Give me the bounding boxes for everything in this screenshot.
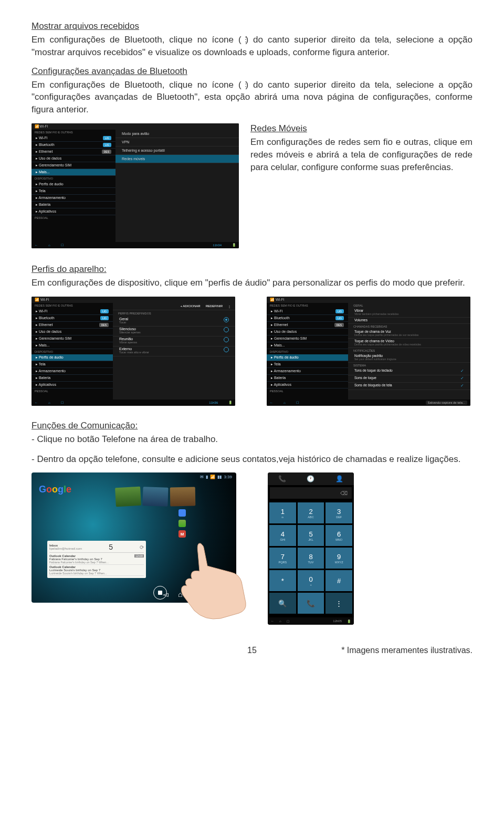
sidebar-item[interactable]: ▸ EthernetDES <box>32 149 116 155</box>
sidebar-item[interactable]: ▸ Armazenamento <box>267 368 348 375</box>
backspace-icon[interactable]: ⌫ <box>340 490 348 496</box>
screenshot-navbar: ←⌂☐ 11h36🔋 <box>32 400 235 406</box>
option-row[interactable]: Toque de chama de VídeoDefina seu toque … <box>348 339 470 348</box>
reset-button[interactable]: REDEFINIR <box>206 304 223 308</box>
dial-key[interactable]: 1∞ <box>269 502 296 523</box>
section-body: Em configurações de Bluetooth, clique no… <box>32 34 472 59</box>
sidebar-item[interactable]: ▸ Perfis de áudio <box>32 354 113 361</box>
sidebar-item[interactable]: ▸ Tela <box>32 361 113 368</box>
profile-row[interactable]: SilenciosoSilenciar apenas <box>113 327 235 337</box>
section-title: Mostrar arquivos recebidos <box>32 21 472 31</box>
dial-key[interactable]: # <box>326 570 352 591</box>
sidebar-item[interactable]: ▸ Uso de dados <box>32 155 116 162</box>
dial-key[interactable]: 5JKL <box>298 525 324 546</box>
clock-text: 3:39 <box>224 475 232 479</box>
main-item[interactable]: Redes móveis <box>116 155 239 163</box>
comm-line-1: - Clique no botão Telefone na área de tr… <box>32 433 472 446</box>
sidebar-item[interactable]: ▸ Perfis de áudio <box>267 354 348 361</box>
battery-icon: ▮▮ <box>217 475 222 479</box>
search-key[interactable]: 🔍 <box>269 593 296 614</box>
option-row[interactable]: Notificação padrãoSet your default notif… <box>348 353 470 363</box>
comm-line-2: - Dentro da opção telefone, consulte e a… <box>32 453 472 466</box>
sidebar-item[interactable]: ▸ Gerenciamento SIM <box>267 335 348 342</box>
number-field[interactable]: ⌫ <box>270 487 352 499</box>
phone-tab-icon[interactable]: 📞 <box>278 475 286 482</box>
sidebar-item[interactable]: ▸ Aplicativos <box>32 208 116 215</box>
sidebar-item[interactable]: ▸ BluetoothLIG <box>32 315 113 322</box>
dial-key[interactable]: 7PQRS <box>269 548 296 569</box>
wifi-icon: 📶 <box>210 475 215 479</box>
sidebar-item[interactable]: ▸ Armazenamento <box>32 195 116 202</box>
option-row[interactable]: VibrarVibrar também p/chamadas recebidas <box>348 308 470 318</box>
overflow-icon <box>242 81 246 89</box>
overflow-icon[interactable]: ⋮ <box>228 304 231 308</box>
mail-icon: ✉ <box>200 475 204 479</box>
sidebar-item[interactable]: ▸ Bateria <box>32 202 116 208</box>
row-tablet-phone: ✉ ▮ 📶 ▮▮ 3:39 Google Inbox lipeladim@hot… <box>32 472 472 625</box>
dial-key[interactable]: 0+ <box>298 570 324 591</box>
sidebar-item[interactable]: ▸ Uso de dados <box>32 329 113 335</box>
sidebar-item[interactable]: ▸ Wi-FiLIG <box>267 308 348 315</box>
app-column: M <box>178 509 186 538</box>
sidebar-item[interactable]: ▸ Armazenamento <box>32 368 113 375</box>
option-row[interactable]: Tons de toque do teclado✓ <box>348 368 470 375</box>
sidebar-item[interactable]: ▸ Aplicativos <box>32 382 113 388</box>
sidebar-item[interactable]: ▸ Gerenciamento SIM <box>32 162 116 169</box>
menu-key[interactable]: ⋮ <box>326 593 352 614</box>
dial-key[interactable]: 2ABC <box>298 502 324 523</box>
profile-row[interactable]: GeralTocar <box>113 317 235 327</box>
sidebar-item[interactable]: ▸ Wi-FiLIG <box>32 135 116 142</box>
main-item[interactable]: VPN <box>116 138 239 146</box>
dial-key[interactable]: 9WXYZ <box>326 548 352 569</box>
sidebar-item[interactable]: ▸ Tela <box>32 188 116 195</box>
dial-key[interactable]: 6MNO <box>326 525 352 546</box>
dial-key[interactable]: 3DEF <box>326 502 352 523</box>
sidebar-item[interactable]: ▸ Aplicativos <box>267 382 348 388</box>
dial-key[interactable]: 8TUV <box>298 548 324 569</box>
call-key[interactable]: 📞 <box>298 593 324 614</box>
gallery-widget <box>116 487 195 506</box>
sidebar-item[interactable]: ▸ EthernetDES <box>32 322 113 329</box>
photo-thumb <box>170 487 196 507</box>
main-item[interactable]: Tethering e acesso portátil <box>116 146 239 155</box>
option-row[interactable]: Volumes <box>348 318 470 324</box>
sidebar-item[interactable]: ▸ Perfis de áudio <box>32 181 116 188</box>
recents-icon: ☐ <box>61 243 64 247</box>
toolbar: + ADICIONAR REDEFINIR ⋮ <box>113 303 235 310</box>
sidebar-item[interactable]: ▸ Wi-FiLIG <box>32 308 113 315</box>
sidebar-item[interactable]: ▸ EthernetDES <box>267 322 348 329</box>
screenshot-main: + ADICIONAR REDEFINIR ⋮ PERFIS PREDEFINI… <box>113 303 235 400</box>
option-row[interactable]: Toque de chama de VozDefina seu toque pa… <box>348 329 470 339</box>
screenshot-tablet-home: ✉ ▮ 📶 ▮▮ 3:39 Google Inbox lipeladim@hot… <box>32 472 236 603</box>
sidebar-item[interactable]: ▸ Uso de dados <box>267 329 348 335</box>
contacts-tab-icon[interactable]: 👤 <box>335 475 343 482</box>
screenshot-audio-detail: 📶 Wi-Fi REDES SEM FIO E OUTRAS ▸ Wi-FiLI… <box>267 297 470 406</box>
option-row[interactable]: Sons de bloqueio de tela✓ <box>348 383 470 390</box>
dial-keypad: 1∞2ABC3DEF4GHI5JKL6MNO7PQRS8TUV9WXYZ*0+# <box>268 501 354 593</box>
profile-row[interactable]: ExternoTocar mais alto e vibrar <box>113 346 235 356</box>
sidebar-item[interactable]: ▸ Mais... <box>32 342 113 349</box>
home-icon: ⌂ <box>48 244 50 247</box>
dial-key[interactable]: 4GHI <box>269 525 296 546</box>
option-row[interactable]: Sons de toque✓ <box>348 375 470 383</box>
section-config-avancadas: Configurações avançadas de Bluetooth Em … <box>32 66 472 116</box>
sidebar-item[interactable]: ▸ Bateria <box>267 375 348 382</box>
dial-key[interactable]: * <box>269 570 296 591</box>
sidebar-item[interactable]: ▸ Tela <box>267 361 348 368</box>
section-title: Configurações avançadas de Bluetooth <box>32 66 472 77</box>
sidebar-item[interactable]: ▸ Mais... <box>267 342 348 349</box>
row-redes: 📶 Wi-Fi REDES SEM FIO E OUTRAS ▸ Wi-FiLI… <box>32 123 472 248</box>
sidebar-item[interactable]: ▸ Mais... <box>32 169 116 176</box>
sidebar-item[interactable]: ▸ Bateria <box>32 375 113 382</box>
page-footer: 15 * Imagens meramentes ilustrativas. <box>32 646 472 655</box>
add-button[interactable]: + ADICIONAR <box>180 304 200 308</box>
main-item[interactable]: Modo para avião <box>116 130 239 138</box>
screenshot-titlebar: 📶 Wi-Fi <box>32 297 235 303</box>
profile-row[interactable]: ReuniãoVibrar apenas <box>113 337 235 346</box>
sidebar-item[interactable]: ▸ BluetoothLIG <box>267 315 348 322</box>
sidebar-item[interactable]: ▸ Gerenciamento SIM <box>32 335 113 342</box>
section-title: Funções de Comunicação: <box>32 421 472 431</box>
clock-tab-icon[interactable]: 🕐 <box>307 475 314 482</box>
sidebar-item[interactable]: ▸ BluetoothLIG <box>32 142 116 149</box>
screenshot-sidebar: REDES SEM FIO E OUTRAS ▸ Wi-FiLIG▸ Bluet… <box>32 130 116 242</box>
